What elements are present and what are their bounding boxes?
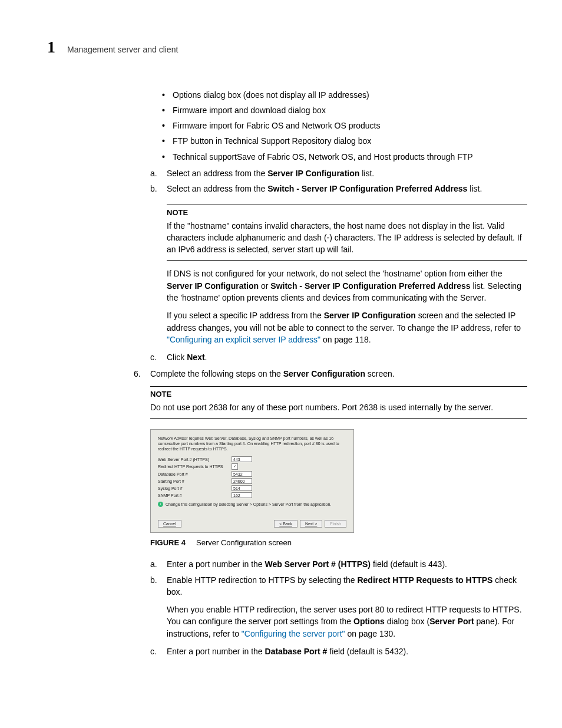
step-letter: b.	[150, 183, 167, 195]
finish-button: Finish	[325, 520, 346, 528]
step-text: Click Next.	[167, 351, 207, 363]
list-item: Firmware import for Fabric OS and Networ…	[162, 120, 527, 131]
note-block: NOTE If the "hostname" contains invalid …	[167, 205, 527, 261]
link-configuring-server-port[interactable]: "Configuring the server port"	[242, 629, 345, 638]
list-item: Firmware import and download dialog box	[162, 104, 527, 116]
note-text: If the "hostname" contains invalid chara…	[167, 220, 527, 256]
dialog-buttons: Cancel < Back Next > Finish	[158, 520, 346, 528]
field-redirect-https: Redirect HTTP Requests to HTTPS ✓	[158, 463, 346, 470]
main-content: Options dialog box (does not display all…	[150, 89, 527, 658]
substep-b: b. Enable HTTP redirection to HTTPS by s…	[150, 574, 527, 598]
step-letter: a.	[150, 167, 167, 179]
field-web-server-port: Web Server Port # (HTTPS) 443	[158, 456, 346, 462]
dialog-description: Network Advisor requires Web Server, Dat…	[158, 436, 346, 452]
field-database-port: Database Port # 5432	[158, 471, 346, 477]
step-text: Select an address from the Switch - Serv…	[167, 183, 482, 195]
step-letter: c.	[150, 645, 167, 657]
field-starting-port: Starting Port # 24600	[158, 478, 346, 484]
database-port-input[interactable]: 5432	[232, 471, 252, 477]
server-config-dialog: Network Advisor requires Web Server, Dat…	[150, 429, 354, 533]
next-button[interactable]: Next >	[300, 520, 322, 528]
step-b: b. Select an address from the Switch - S…	[150, 183, 527, 195]
figure-caption: FIGURE 4 Server Configuration screen	[150, 538, 527, 549]
info-text: Change this configuration by selecting S…	[166, 502, 331, 507]
chapter-title: Management server and client	[67, 44, 178, 55]
page-header: 1 Management server and client	[47, 35, 515, 60]
note-label: NOTE	[167, 207, 527, 219]
list-item: FTP button in Technical Support Reposito…	[162, 135, 527, 147]
note-block: NOTE Do not use port 2638 for any of the…	[150, 386, 527, 419]
list-item: Options dialog box (does not display all…	[162, 89, 527, 101]
step-text: Enter a port number in the Web Server Po…	[167, 558, 447, 570]
step-letter: c.	[150, 351, 167, 363]
info-icon: i	[158, 502, 163, 507]
cancel-button[interactable]: Cancel	[158, 520, 181, 528]
substep-b-paragraph: When you enable HTTP redirection, the se…	[167, 604, 527, 640]
step-c: c. Click Next.	[150, 351, 527, 363]
step-6: 6. Complete the following steps on the S…	[134, 368, 527, 380]
step-text: Select an address from the Server IP Con…	[167, 167, 374, 179]
list-item: Technical supportSave of Fabric OS, Netw…	[162, 151, 527, 163]
step-text: Complete the following steps on the Serv…	[150, 368, 395, 380]
step-letter: a.	[150, 558, 167, 570]
note-label: NOTE	[150, 389, 527, 400]
step-text: Enable HTTP redirection to HTTPS by sele…	[167, 574, 527, 598]
step-a: a. Select an address from the Server IP …	[150, 167, 527, 179]
step-number: 6.	[134, 368, 150, 380]
figure-4: Network Advisor requires Web Server, Dat…	[150, 429, 527, 549]
link-configuring-ip[interactable]: "Configuring an explicit server IP addre…	[167, 335, 320, 344]
chapter-number: 1	[47, 35, 55, 60]
snmp-port-input[interactable]: 162	[232, 492, 252, 498]
field-syslog-port: Syslog Port # 514	[158, 485, 346, 491]
redirect-checkbox[interactable]: ✓	[232, 463, 238, 470]
starting-port-input[interactable]: 24600	[232, 478, 252, 484]
bullet-list: Options dialog box (does not display all…	[150, 89, 527, 163]
note-text: Do not use port 2638 for any of these po…	[150, 401, 527, 413]
dns-paragraph: If DNS is not configured for your networ…	[167, 268, 527, 304]
ip-paragraph: If you select a specific IP address from…	[167, 309, 527, 345]
step-text: Enter a port number in the Database Port…	[167, 645, 408, 657]
syslog-port-input[interactable]: 514	[232, 485, 252, 491]
web-server-port-input[interactable]: 443	[232, 456, 252, 462]
substep-a: a. Enter a port number in the Web Server…	[150, 558, 527, 570]
field-snmp-port: SNMP Port # 162	[158, 492, 346, 498]
back-button[interactable]: < Back	[274, 520, 297, 528]
dialog-info: i Change this configuration by selecting…	[158, 502, 346, 507]
substep-c: c. Enter a port number in the Database P…	[150, 645, 527, 657]
step-letter: b.	[150, 574, 167, 598]
